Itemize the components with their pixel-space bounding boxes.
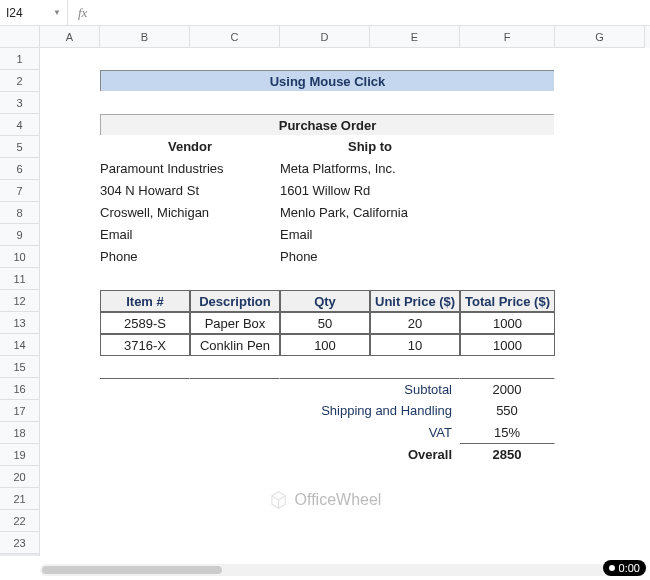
timer-value: 0:00: [619, 562, 640, 574]
row-header-4[interactable]: 4: [0, 114, 40, 136]
shipping-label: Shipping and Handling: [280, 400, 460, 422]
table-row: 10: [370, 334, 460, 356]
row-header-2[interactable]: 2: [0, 70, 40, 92]
row-header-16[interactable]: 16: [0, 378, 40, 400]
row-header-20[interactable]: 20: [0, 466, 40, 488]
row-header-21[interactable]: 21: [0, 488, 40, 510]
subtotal-value: 2000: [460, 378, 555, 400]
vendor-addr2: Croswell, Michigan: [100, 202, 280, 224]
row-header-24[interactable]: 24: [0, 554, 40, 556]
cube-icon: [269, 490, 289, 510]
vendor-header: Vendor: [100, 136, 280, 158]
row-header-17[interactable]: 17: [0, 400, 40, 422]
row-header-12[interactable]: 12: [0, 290, 40, 312]
th-unit: Unit Price ($): [370, 290, 460, 312]
table-row: 1000: [460, 312, 555, 334]
row-header-18[interactable]: 18: [0, 422, 40, 444]
row-header-6[interactable]: 6: [0, 158, 40, 180]
column-header-G[interactable]: G: [555, 26, 645, 48]
shipping-value: 550: [460, 400, 555, 422]
row-header-10[interactable]: 10: [0, 246, 40, 268]
row-header-22[interactable]: 22: [0, 510, 40, 532]
name-box-value: I24: [6, 6, 23, 20]
grid-body[interactable]: Using Mouse Click Purchase Order Vendor …: [40, 48, 650, 556]
vendor-name: Paramount Industries: [100, 158, 280, 180]
shipto-phone: Phone: [280, 246, 555, 268]
vat-value: 15%: [460, 422, 555, 444]
scrollbar-thumb[interactable]: [42, 566, 222, 574]
shipto-addr2: Menlo Park, California: [280, 202, 555, 224]
column-header-D[interactable]: D: [280, 26, 370, 48]
horizontal-scrollbar[interactable]: [40, 564, 630, 576]
table-row: Paper Box: [190, 312, 280, 334]
table-row: 2589-S: [100, 312, 190, 334]
row-header-23[interactable]: 23: [0, 532, 40, 554]
shipto-header: Ship to: [280, 136, 460, 158]
overall-label: Overall: [280, 444, 460, 466]
timer-badge: 0:00: [603, 560, 646, 576]
formula-bar: I24 ▼ fx: [0, 0, 650, 26]
row-header-1[interactable]: 1: [0, 48, 40, 70]
shipto-email: Email: [280, 224, 555, 246]
row-header-strip: 123456789101112131415161718192021222324: [0, 26, 40, 556]
row-header-11[interactable]: 11: [0, 268, 40, 290]
row-header-8[interactable]: 8: [0, 202, 40, 224]
row-header-5[interactable]: 5: [0, 136, 40, 158]
th-qty: Qty: [280, 290, 370, 312]
column-header-C[interactable]: C: [190, 26, 280, 48]
table-row: 20: [370, 312, 460, 334]
table-row: Conklin Pen: [190, 334, 280, 356]
fx-icon: fx: [68, 5, 97, 21]
row-header-3[interactable]: 3: [0, 92, 40, 114]
row-header-9[interactable]: 9: [0, 224, 40, 246]
watermark-text: OfficeWheel: [295, 491, 382, 509]
chevron-down-icon[interactable]: ▼: [53, 8, 61, 17]
row-header-15[interactable]: 15: [0, 356, 40, 378]
shipto-addr1: 1601 Willow Rd: [280, 180, 555, 202]
table-row: 1000: [460, 334, 555, 356]
record-dot-icon: [609, 565, 615, 571]
row-header-13[interactable]: 13: [0, 312, 40, 334]
column-header-A[interactable]: A: [40, 26, 100, 48]
overall-value: 2850: [460, 444, 555, 466]
vendor-phone: Phone: [100, 246, 280, 268]
formula-input[interactable]: [97, 0, 650, 25]
column-header-E[interactable]: E: [370, 26, 460, 48]
th-total: Total Price ($): [460, 290, 555, 312]
column-headers: ABCDEFG: [40, 26, 650, 48]
vat-label: VAT: [280, 422, 460, 444]
th-desc: Description: [190, 290, 280, 312]
subtotal-label: Subtotal: [280, 379, 460, 400]
row-header-14[interactable]: 14: [0, 334, 40, 356]
select-all-corner[interactable]: [0, 26, 40, 48]
shipto-name: Meta Platforms, Inc.: [280, 158, 555, 180]
th-item: Item #: [100, 290, 190, 312]
row-header-19[interactable]: 19: [0, 444, 40, 466]
table-row: 3716-X: [100, 334, 190, 356]
name-box[interactable]: I24 ▼: [0, 0, 68, 25]
column-header-F[interactable]: F: [460, 26, 555, 48]
vendor-email: Email: [100, 224, 280, 246]
spreadsheet-grid: 123456789101112131415161718192021222324 …: [0, 26, 650, 556]
row-header-7[interactable]: 7: [0, 180, 40, 202]
watermark: OfficeWheel: [269, 490, 382, 510]
title-banner: Using Mouse Click: [100, 70, 555, 92]
table-row: 50: [280, 312, 370, 334]
vendor-addr1: 304 N Howard St: [100, 180, 280, 202]
table-row: 100: [280, 334, 370, 356]
section-header: Purchase Order: [100, 114, 555, 136]
column-header-B[interactable]: B: [100, 26, 190, 48]
